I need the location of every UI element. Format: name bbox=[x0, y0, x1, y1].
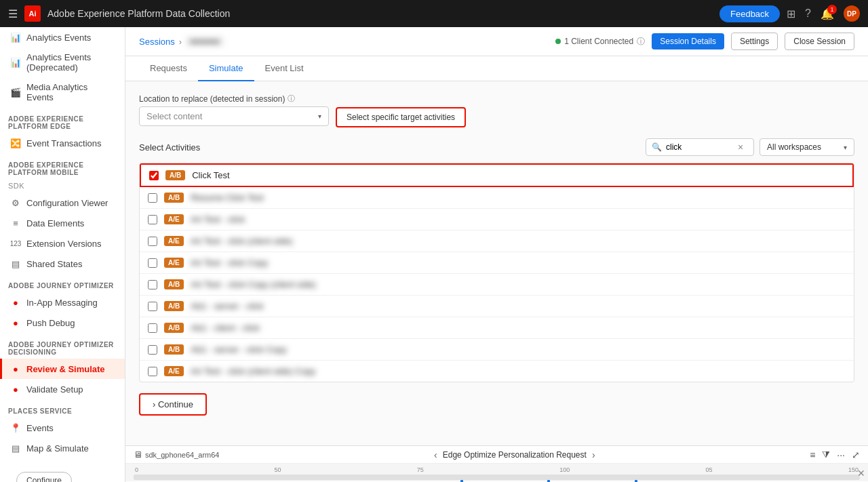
activity-checkbox-4[interactable] bbox=[148, 258, 157, 268]
expand-icon[interactable]: ⤢ bbox=[852, 449, 860, 460]
activity-checkbox-7[interactable] bbox=[148, 323, 157, 333]
tab-event-list[interactable]: Event List bbox=[254, 56, 315, 81]
activity-checkbox-8[interactable] bbox=[148, 345, 157, 355]
breadcrumb: Sessions › ●●●●●● bbox=[139, 36, 224, 47]
timeline-markers: 0 50 75 100 05 150 bbox=[134, 466, 860, 473]
filter-icon[interactable]: ⧩ bbox=[822, 449, 830, 460]
sidebar-item-data-elements[interactable]: ≡ Data Elements bbox=[0, 213, 125, 233]
top-navigation: ☰ Ai Adobe Experience Platform Data Coll… bbox=[0, 0, 868, 27]
activity-checkbox-0[interactable] bbox=[149, 171, 159, 180]
location-info-icon[interactable]: ⓘ bbox=[288, 94, 295, 104]
device-icon: 🖥 bbox=[134, 449, 142, 460]
session-details-button[interactable]: Session Details bbox=[652, 33, 724, 49]
activity-checkbox-3[interactable] bbox=[148, 237, 157, 246]
workspace-dropdown[interactable]: All workspaces ▾ bbox=[760, 138, 854, 156]
validate-setup-icon: ● bbox=[10, 384, 21, 395]
activity-name-8: Ab1 - server - click Copy bbox=[191, 344, 287, 355]
activity-badge-4: A/E bbox=[164, 258, 184, 268]
list-icon[interactable]: ≡ bbox=[810, 449, 815, 460]
sidebar: 📊 Analytics Events 📊 Analytics Events (D… bbox=[0, 27, 125, 482]
table-row: A/B Ab1 - client - click bbox=[140, 317, 854, 339]
activity-badge-1: A/B bbox=[164, 193, 184, 203]
sidebar-item-push-debug[interactable]: ● Push Debug bbox=[0, 313, 125, 333]
activity-badge-2: A/E bbox=[164, 214, 184, 224]
search-box[interactable]: 🔍 × bbox=[646, 138, 754, 156]
notification-icon[interactable]: 🔔 1 bbox=[821, 7, 834, 20]
activity-checkbox-2[interactable] bbox=[148, 215, 157, 224]
simulate-content: Location to replace (detected in session… bbox=[125, 81, 868, 445]
event-navigation: ‹ Edge Optimize Personalization Request … bbox=[434, 449, 595, 460]
activity-name-1: Resume Click Test bbox=[191, 193, 263, 203]
table-row: A/E Art Test - click (client side) Copy bbox=[140, 361, 854, 382]
event-label: Edge Optimize Personalization Request bbox=[443, 450, 587, 460]
sidebar-item-validate-setup[interactable]: ● Validate Setup bbox=[0, 379, 125, 399]
breadcrumb-sessions-link[interactable]: Sessions bbox=[139, 37, 175, 47]
section-label-edge: ADOBE EXPERIENCE PLATFORM EDGE bbox=[0, 107, 125, 133]
in-app-messaging-icon: ● bbox=[10, 297, 21, 308]
configure-button[interactable]: Configure bbox=[16, 472, 72, 482]
location-select-dropdown[interactable]: Select content ▾ bbox=[139, 106, 329, 126]
activity-badge-7: A/B bbox=[164, 323, 184, 333]
config-viewer-icon: ⚙ bbox=[10, 197, 21, 208]
close-session-button[interactable]: Close Session bbox=[785, 33, 854, 50]
session-actions: 1 Client Connected ⓘ Session Details Set… bbox=[555, 33, 854, 50]
sidebar-item-media-analytics[interactable]: 🎬 Media Analytics Events bbox=[0, 77, 125, 107]
event-prev-arrow[interactable]: ‹ bbox=[434, 449, 437, 460]
activity-badge-9: A/E bbox=[164, 366, 184, 376]
activity-checkbox-5[interactable] bbox=[148, 280, 157, 289]
sidebar-item-configuration-viewer[interactable]: ⚙ Configuration Viewer bbox=[0, 193, 125, 213]
activity-checkbox-1[interactable] bbox=[148, 193, 157, 203]
activity-name-5: Art Test - click Copy (client side) bbox=[191, 279, 316, 289]
sidebar-item-in-app-messaging[interactable]: ● In-App Messaging bbox=[0, 292, 125, 313]
main-content: Sessions › ●●●●●● 1 Client Connected ⓘ S… bbox=[125, 27, 868, 482]
sidebar-item-review-simulate[interactable]: ● Review & Simulate bbox=[0, 359, 125, 379]
sidebar-item-shared-states[interactable]: ▤ Shared States bbox=[0, 254, 125, 274]
search-clear-icon[interactable]: × bbox=[738, 142, 743, 153]
table-row: A/E Art Test - click (client side) bbox=[140, 230, 854, 252]
activity-name-2: Art Test - click bbox=[191, 214, 245, 224]
info-icon[interactable]: ⓘ bbox=[637, 36, 645, 47]
close-timeline-icon[interactable]: ✕ bbox=[857, 468, 865, 479]
device-label: 🖥 sdk_gphone64_arm64 bbox=[134, 449, 219, 460]
timeline-track[interactable] bbox=[134, 475, 860, 480]
sidebar-item-analytics-events-deprecated[interactable]: 📊 Analytics Events (Deprecated) bbox=[0, 47, 125, 77]
connected-indicator bbox=[555, 39, 561, 44]
activity-badge-0: A/B bbox=[165, 170, 185, 180]
table-row: A/B Ab1 - server - click bbox=[140, 296, 854, 317]
shared-states-icon: ▤ bbox=[10, 258, 21, 269]
sidebar-item-event-transactions[interactable]: 🔀 Event Transactions bbox=[0, 133, 125, 153]
table-row: A/B Art Test - click Copy (client side) bbox=[140, 274, 854, 296]
continue-button[interactable]: › Continue bbox=[139, 393, 207, 416]
timeline-area: 0 50 75 100 05 150 ✕ bbox=[125, 464, 868, 481]
activity-name-0: Click Test bbox=[192, 170, 229, 180]
table-row: A/E Art Test - click bbox=[140, 209, 854, 230]
tab-simulate[interactable]: Simulate bbox=[198, 56, 254, 81]
sidebar-item-extension-versions[interactable]: 123 Extension Versions bbox=[0, 233, 125, 254]
target-activities-button[interactable]: Select specific target activities bbox=[336, 107, 466, 127]
tab-requests[interactable]: Requests bbox=[139, 56, 198, 81]
activity-name-7: Ab1 - client - click bbox=[191, 323, 260, 333]
hamburger-icon[interactable]: ☰ bbox=[8, 7, 18, 20]
activity-badge-8: A/B bbox=[164, 344, 184, 355]
settings-button[interactable]: Settings bbox=[731, 33, 778, 50]
table-row: A/E Art Test - click Copy bbox=[140, 252, 854, 274]
activity-checkbox-6[interactable] bbox=[148, 302, 157, 311]
map-simulate-icon: ▤ bbox=[10, 443, 21, 454]
help-icon[interactable]: ? bbox=[805, 7, 811, 20]
event-next-arrow[interactable]: › bbox=[592, 449, 595, 460]
bottom-bar-top: 🖥 sdk_gphone64_arm64 ‹ Edge Optimize Per… bbox=[125, 446, 868, 464]
sidebar-item-analytics-events[interactable]: 📊 Analytics Events bbox=[0, 27, 125, 47]
activity-name-9: Art Test - click (client side) Copy bbox=[191, 366, 316, 376]
search-input[interactable] bbox=[666, 142, 734, 152]
activity-checkbox-9[interactable] bbox=[148, 367, 157, 376]
sidebar-item-events[interactable]: 📍 Events bbox=[0, 418, 125, 438]
table-row: A/B Ab1 - server - click Copy bbox=[140, 339, 854, 361]
session-header: Sessions › ●●●●●● 1 Client Connected ⓘ S… bbox=[125, 27, 868, 56]
location-chevron-icon: ▾ bbox=[318, 113, 321, 120]
grid-icon[interactable]: ⊞ bbox=[787, 7, 795, 20]
sidebar-item-map-simulate[interactable]: ▤ Map & Simulate bbox=[0, 438, 125, 458]
section-label-ajo: ADOBE JOURNEY OPTIMIZER bbox=[0, 274, 125, 292]
more-icon[interactable]: ··· bbox=[837, 449, 845, 460]
feedback-button[interactable]: Feedback bbox=[719, 5, 780, 22]
avatar[interactable]: DP bbox=[844, 5, 860, 22]
